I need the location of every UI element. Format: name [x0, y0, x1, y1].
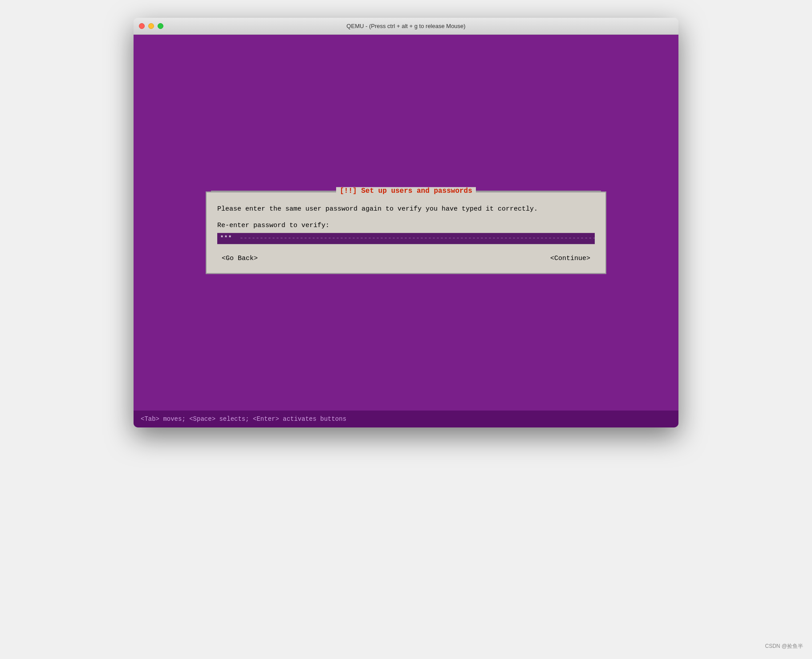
title-line-left [211, 191, 336, 191]
maximize-button[interactable] [158, 23, 163, 29]
window-title: QEMU - (Press ctrl + alt + g to release … [346, 23, 465, 29]
password-dashes: ----------------------------------------… [237, 233, 595, 244]
setup-dialog: [!!] Set up users and passwords Please e… [206, 191, 606, 274]
dialog-buttons: <Go Back> <Continue> [217, 253, 595, 268]
minimize-button[interactable] [148, 23, 154, 29]
status-text: <Tab> moves; <Space> selects; <Enter> ac… [141, 415, 346, 423]
title-line-right [476, 191, 601, 191]
dialog-content: Please enter the same user password agai… [207, 195, 605, 273]
qemu-window: QEMU - (Press ctrl + alt + g to release … [134, 18, 678, 427]
dialog-title: [!!] Set up users and passwords [336, 187, 476, 195]
go-back-button[interactable]: <Go Back> [217, 255, 262, 262]
status-bar: <Tab> moves; <Space> selects; <Enter> ac… [134, 411, 678, 427]
password-input-container[interactable]: *** ------------------------------------… [217, 233, 595, 244]
password-label: Re-enter password to verify: [217, 222, 595, 229]
dialog-wrapper: [!!] Set up users and passwords Please e… [206, 191, 606, 274]
password-value: *** [217, 233, 237, 244]
close-button[interactable] [139, 23, 145, 29]
traffic-lights [139, 23, 163, 29]
terminal-area: [!!] Set up users and passwords Please e… [134, 35, 678, 427]
dialog-titlebar: [!!] Set up users and passwords [207, 187, 605, 195]
watermark: CSDN @捡鱼半 [765, 643, 803, 650]
dialog-description: Please enter the same user password agai… [217, 204, 595, 215]
continue-button[interactable]: <Continue> [546, 255, 595, 262]
titlebar: QEMU - (Press ctrl + alt + g to release … [134, 18, 678, 35]
